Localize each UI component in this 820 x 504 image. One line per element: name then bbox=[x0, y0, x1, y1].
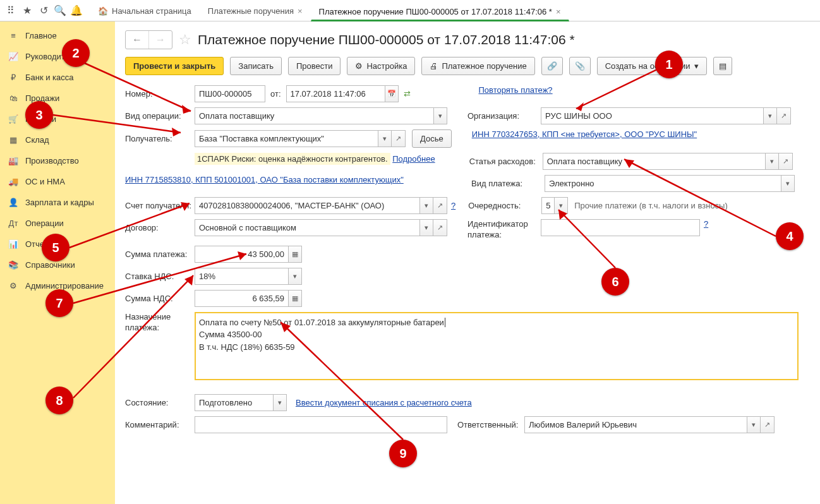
back-icon[interactable]: ← bbox=[126, 31, 148, 49]
optype-label: Вид операции: bbox=[125, 111, 195, 121]
sidebar-item-warehouse[interactable]: ▦Склад bbox=[0, 129, 115, 150]
inn-link[interactable]: ИНН 7703247653, КПП <не требуется>, ООО … bbox=[472, 129, 697, 139]
tab-home[interactable]: 🏠 Начальная страница bbox=[90, 1, 200, 21]
dropdown-icon[interactable]: ▾ bbox=[747, 416, 761, 433]
attach-button[interactable]: 📎 bbox=[569, 57, 591, 75]
sidebar-item-main[interactable]: ≡Главное bbox=[0, 25, 115, 46]
star-icon[interactable]: ★ bbox=[19, 4, 35, 16]
process-button[interactable]: Провести bbox=[288, 57, 341, 75]
sidebar: ≡Главное 📈Руководителю ₽Банк и касса 🛍Пр… bbox=[0, 21, 115, 504]
dossier-button[interactable]: Досье bbox=[412, 129, 452, 148]
number-input[interactable]: ПШ00-000005 bbox=[195, 85, 265, 102]
priority-input[interactable]: 5 bbox=[541, 197, 554, 214]
status-label: Состояние: bbox=[125, 398, 195, 407]
dropdown-icon[interactable]: ▾ bbox=[765, 153, 779, 170]
calculator-icon[interactable]: ▦ bbox=[288, 290, 302, 307]
apps-icon[interactable]: ⠿ bbox=[3, 4, 19, 16]
status-input[interactable]: Подготовлено bbox=[195, 394, 273, 411]
dropdown-icon[interactable]: ▾ bbox=[419, 219, 433, 236]
dropdown-icon[interactable]: ▾ bbox=[433, 107, 447, 124]
open-icon[interactable]: ↗ bbox=[392, 130, 406, 147]
sidebar-item-bank[interactable]: ₽Банк и касса bbox=[0, 67, 115, 88]
print-button[interactable]: 🖨Платежное поручение bbox=[421, 57, 534, 75]
dropdown-icon[interactable]: ▾ bbox=[378, 130, 392, 147]
recipient-label: Получатель: bbox=[125, 134, 195, 143]
repeat-payment-link[interactable]: Повторять платеж? bbox=[479, 85, 553, 95]
annotation-2: 2 bbox=[62, 39, 90, 67]
gear-icon: ⚙ bbox=[355, 61, 363, 71]
payident-input[interactable] bbox=[541, 219, 700, 236]
spark-more-link[interactable]: Подробнее bbox=[392, 154, 435, 164]
open-icon[interactable]: ↗ bbox=[433, 219, 447, 236]
dropdown-icon[interactable]: ▾ bbox=[781, 175, 795, 192]
recipient-input[interactable]: База "Поставка комплектующих" bbox=[195, 130, 378, 147]
annotation-9: 9 bbox=[389, 440, 417, 467]
help-icon[interactable]: ? bbox=[704, 219, 708, 229]
vatrate-input[interactable]: 18% bbox=[195, 268, 288, 285]
open-icon[interactable]: ↗ bbox=[433, 197, 447, 214]
list-button[interactable]: ▤ bbox=[713, 57, 732, 75]
responsible-label: Ответственный: bbox=[457, 420, 524, 429]
sidebar-item-operations[interactable]: ДтОперации bbox=[0, 213, 115, 234]
open-icon[interactable]: ↗ bbox=[779, 153, 793, 170]
org-input[interactable]: РУС ШИНЫ ООО bbox=[541, 107, 763, 124]
purpose-textarea[interactable]: Оплата по счету №50 от 01.07.2018 за акк… bbox=[195, 312, 799, 380]
payer-inn-link[interactable]: ИНН 7715853810, КПП 501001001, ОАО "База… bbox=[125, 175, 404, 184]
responsible-input[interactable]: Любимов Валерий Юрьевич bbox=[524, 416, 747, 433]
paytype-label: Вид платежа: bbox=[471, 179, 545, 188]
sidebar-item-sales[interactable]: 🛍Продажи bbox=[0, 88, 115, 109]
comment-label: Комментарий: bbox=[125, 420, 195, 429]
nav-buttons[interactable]: ← → bbox=[125, 30, 172, 49]
contract-label: Договор: bbox=[125, 223, 195, 232]
sidebar-item-production[interactable]: 🏭Производство bbox=[0, 150, 115, 171]
sidebar-item-manager[interactable]: 📈Руководителю bbox=[0, 46, 115, 67]
tab-document[interactable]: Платежное поручение ПШ00-000005 от 17.07… bbox=[311, 1, 569, 21]
save-button[interactable]: Записать bbox=[230, 57, 282, 75]
help-icon[interactable]: ? bbox=[451, 201, 455, 210]
open-icon[interactable]: ↗ bbox=[761, 416, 775, 433]
repeat-icon[interactable]: ⇄ bbox=[404, 89, 411, 99]
expense-label: Статья расходов: bbox=[469, 157, 543, 166]
calendar-icon[interactable]: 📅 bbox=[385, 85, 399, 102]
sidebar-item-hr[interactable]: 👤Зарплата и кадры bbox=[0, 192, 115, 213]
open-icon[interactable]: ↗ bbox=[777, 107, 791, 124]
rcpt-account-input[interactable]: 40702810838000024006, "МАСТЕР-БАНК" (ОАО… bbox=[195, 197, 419, 214]
calculator-icon[interactable]: ▦ bbox=[288, 246, 302, 263]
annotation-4: 4 bbox=[776, 222, 804, 250]
sidebar-item-assets[interactable]: 🚚ОС и НМА bbox=[0, 171, 115, 192]
priority-note: Прочие платежи (в т.ч. налоги и взносы) bbox=[574, 201, 728, 210]
amount-label: Сумма платежа: bbox=[125, 249, 195, 259]
forward-icon: → bbox=[148, 31, 172, 49]
history-icon[interactable]: ↺ bbox=[35, 4, 52, 16]
annotation-3: 3 bbox=[25, 101, 53, 129]
comment-input[interactable] bbox=[195, 416, 447, 433]
settings-button[interactable]: ⚙Настройка bbox=[347, 57, 415, 75]
process-close-button[interactable]: Провести и закрыть bbox=[125, 57, 224, 75]
dropdown-icon[interactable]: ▾ bbox=[554, 197, 568, 214]
tab-list[interactable]: Платежные поручения× bbox=[200, 1, 311, 21]
rcpt-account-label: Счет получателя: bbox=[125, 201, 195, 210]
annotation-7: 7 bbox=[45, 289, 73, 317]
contract-input[interactable]: Основной с поставщиком bbox=[195, 219, 419, 236]
sidebar-item-purchases[interactable]: 🛒Покупки bbox=[0, 109, 115, 129]
search-icon[interactable]: 🔍 bbox=[52, 4, 68, 16]
dropdown-icon[interactable]: ▾ bbox=[288, 268, 302, 285]
close-icon[interactable]: × bbox=[556, 7, 561, 16]
enter-doc-link[interactable]: Ввести документ списания с расчетного сч… bbox=[296, 398, 472, 407]
paytype-input[interactable]: Электронно bbox=[545, 175, 781, 192]
vatsum-input[interactable]: 6 635,59 bbox=[195, 290, 288, 307]
dropdown-icon[interactable]: ▾ bbox=[273, 394, 287, 411]
close-icon[interactable]: × bbox=[298, 6, 303, 16]
amount-input[interactable]: 43 500,00 bbox=[195, 246, 288, 263]
favorite-icon[interactable]: ☆ bbox=[179, 32, 191, 48]
dropdown-icon[interactable]: ▾ bbox=[763, 107, 777, 124]
printer-icon: 🖨 bbox=[430, 61, 438, 71]
date-input[interactable]: 17.07.2018 11:47:06 bbox=[286, 85, 385, 102]
bell-icon[interactable]: 🔔 bbox=[68, 4, 85, 16]
expense-input[interactable]: Оплата поставщику bbox=[543, 153, 765, 170]
optype-input[interactable]: Оплата поставщику bbox=[195, 107, 433, 124]
link-button[interactable]: 🔗 bbox=[541, 57, 563, 75]
spark-text: 1СПАРК Риски: оценка надёжности контраге… bbox=[195, 153, 390, 165]
dropdown-icon[interactable]: ▾ bbox=[419, 197, 433, 214]
create-based-button[interactable]: Создать на основании ▾ bbox=[597, 57, 707, 75]
